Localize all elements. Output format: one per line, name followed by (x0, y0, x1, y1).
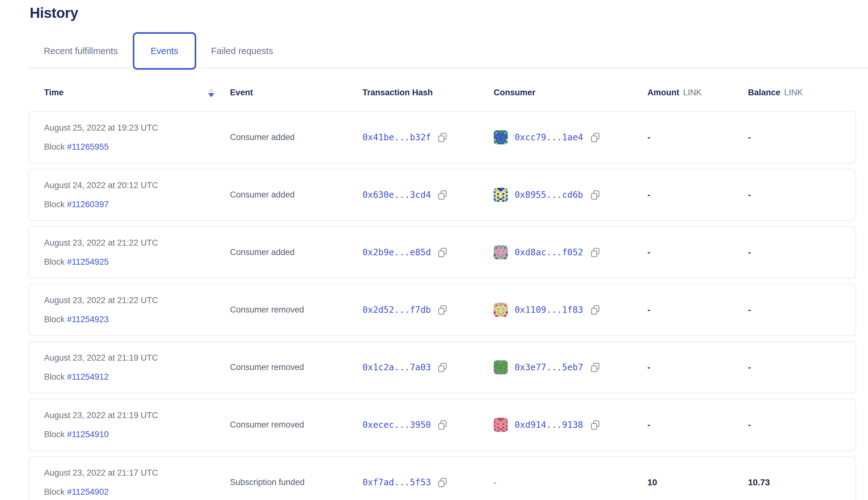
consumer-identicon (494, 418, 508, 432)
row-timestamp: August 23, 2022 at 21:19 UTC (44, 353, 230, 363)
history-tabs: Recent fulfillments Events Failed reques… (44, 31, 273, 71)
block-number-link[interactable]: #11254910 (67, 430, 109, 439)
copy-icon[interactable] (437, 420, 448, 430)
transaction-hash-link[interactable]: 0x630e...3cd4 (363, 190, 431, 200)
sort-up-icon (208, 88, 214, 92)
amount-cell: 10 (648, 477, 748, 488)
amount-unit-label: LINK (683, 88, 702, 98)
copy-icon[interactable] (590, 247, 601, 258)
transaction-hash-link[interactable]: 0x2d52...f7db (363, 305, 431, 315)
consumer-address-link[interactable]: 0xcc79...1ae4 (515, 132, 583, 143)
copy-icon[interactable] (437, 477, 448, 488)
transaction-hash-link[interactable]: 0xecec...3950 (363, 420, 431, 430)
block-number-link[interactable]: #11260397 (67, 200, 109, 209)
event-cell: Consumer removed (230, 420, 363, 430)
row-timestamp: August 25, 2022 at 19:23 UTC (44, 123, 230, 133)
consumer-identicon (494, 245, 508, 259)
table-row: August 25, 2022 at 19:23 UTC Block #1126… (28, 111, 856, 163)
table-header: Time Event Transaction Hash Consumer Amo… (28, 80, 856, 105)
copy-icon[interactable] (437, 247, 448, 258)
consumer-address-link[interactable]: 0xd914...9138 (515, 420, 583, 430)
row-timestamp: August 23, 2022 at 21:19 UTC (44, 411, 230, 420)
consumer-identicon (494, 303, 508, 317)
tab-recent-fulfillments[interactable]: Recent fulfillments (44, 46, 118, 56)
balance-cell: 10.73 (748, 477, 840, 488)
amount-cell: - (648, 305, 748, 315)
transaction-hash-cell: 0x1c2a...7a03 (363, 362, 494, 373)
row-timestamp: August 23, 2022 at 21:22 UTC (44, 238, 230, 248)
transaction-hash-link[interactable]: 0x1c2a...7a03 (363, 362, 431, 373)
transaction-hash-cell: 0x2b9e...e85d (363, 247, 494, 258)
copy-icon[interactable] (590, 305, 601, 315)
consumer-address-link[interactable]: 0xd8ac...f052 (515, 247, 583, 258)
balance-cell: - (748, 363, 840, 373)
table-row: August 23, 2022 at 21:22 UTC Block #1125… (28, 284, 856, 336)
amount-cell: - (648, 363, 748, 373)
block-label: Block (44, 200, 67, 209)
block-number-link[interactable]: #11254902 (67, 487, 109, 497)
row-block: Block #11254925 (44, 257, 230, 267)
consumer-identicon (494, 130, 508, 144)
column-header-time: Time (44, 88, 230, 98)
block-label: Block (44, 315, 67, 324)
row-timestamp: August 24, 2022 at 20:12 UTC (44, 181, 230, 190)
amount-cell: - (648, 133, 748, 143)
event-cell: Consumer added (230, 190, 363, 200)
transaction-hash-link[interactable]: 0x41be...b32f (363, 132, 431, 143)
copy-icon[interactable] (590, 420, 601, 430)
consumer-address-link[interactable]: 0x3e77...5eb7 (515, 362, 583, 373)
copy-icon[interactable] (590, 132, 601, 143)
consumer-address-link[interactable]: 0x8955...cd6b (515, 190, 583, 200)
balance-cell: - (748, 133, 840, 143)
table-row: August 24, 2022 at 20:12 UTC Block #1126… (28, 169, 856, 221)
row-timestamp: August 23, 2022 at 21:22 UTC (44, 296, 230, 305)
block-number-link[interactable]: #11254912 (67, 372, 109, 382)
consumer-cell: 0x1109...1f83 (494, 303, 648, 317)
consumer-cell: - (494, 477, 648, 488)
column-header-balance: Balance LINK (748, 88, 840, 98)
event-cell: Subscription funded (230, 477, 363, 487)
tab-events[interactable]: Events (133, 32, 196, 70)
copy-icon[interactable] (437, 132, 448, 143)
time-cell: August 25, 2022 at 19:23 UTC Block #1126… (44, 123, 230, 152)
row-block: Block #11254923 (44, 315, 230, 325)
copy-icon[interactable] (590, 190, 601, 200)
copy-icon[interactable] (437, 305, 448, 315)
transaction-hash-cell: 0xecec...3950 (363, 420, 494, 430)
row-block: Block #11260397 (44, 200, 230, 209)
balance-cell: - (748, 190, 840, 200)
table-row: August 23, 2022 at 21:19 UTC Block #1125… (28, 341, 856, 394)
table-row: August 23, 2022 at 21:22 UTC Block #1125… (28, 226, 856, 279)
copy-icon[interactable] (437, 362, 448, 373)
event-rows: August 25, 2022 at 19:23 UTC Block #1126… (28, 111, 856, 500)
event-cell: Consumer removed (230, 305, 363, 315)
page-title: History (30, 4, 78, 21)
amount-cell: - (648, 420, 748, 430)
tab-failed-requests[interactable]: Failed requests (211, 46, 273, 56)
copy-icon[interactable] (437, 190, 448, 200)
sort-toggle[interactable] (208, 88, 214, 97)
balance-unit-label: LINK (784, 88, 803, 98)
block-label: Block (44, 372, 67, 382)
consumer-identicon (494, 188, 508, 202)
consumer-cell: 0x8955...cd6b (494, 188, 648, 202)
block-number-link[interactable]: #11254925 (67, 257, 109, 266)
time-cell: August 23, 2022 at 21:19 UTC Block #1125… (44, 411, 230, 439)
block-number-link[interactable]: #11254923 (67, 315, 109, 324)
consumer-cell: 0xcc79...1ae4 (494, 130, 648, 144)
balance-cell: - (748, 248, 840, 258)
transaction-hash-link[interactable]: 0xf7ad...5f53 (363, 477, 431, 488)
consumer-address-link[interactable]: 0x1109...1f83 (515, 305, 583, 315)
transaction-hash-cell: 0x630e...3cd4 (363, 190, 494, 200)
event-cell: Consumer added (230, 133, 363, 142)
table-row: August 23, 2022 at 21:17 UTC Block #1125… (28, 456, 856, 500)
time-cell: August 23, 2022 at 21:19 UTC Block #1125… (44, 353, 230, 382)
block-number-link[interactable]: #11265955 (67, 142, 109, 151)
transaction-hash-link[interactable]: 0x2b9e...e85d (363, 247, 431, 258)
copy-icon[interactable] (590, 362, 601, 373)
block-label: Block (44, 487, 67, 497)
time-cell: August 23, 2022 at 21:17 UTC Block #1125… (44, 468, 230, 497)
consumer-cell: 0xd8ac...f052 (494, 245, 648, 259)
column-header-event: Event (230, 88, 363, 98)
column-header-amount: Amount LINK (648, 88, 748, 98)
